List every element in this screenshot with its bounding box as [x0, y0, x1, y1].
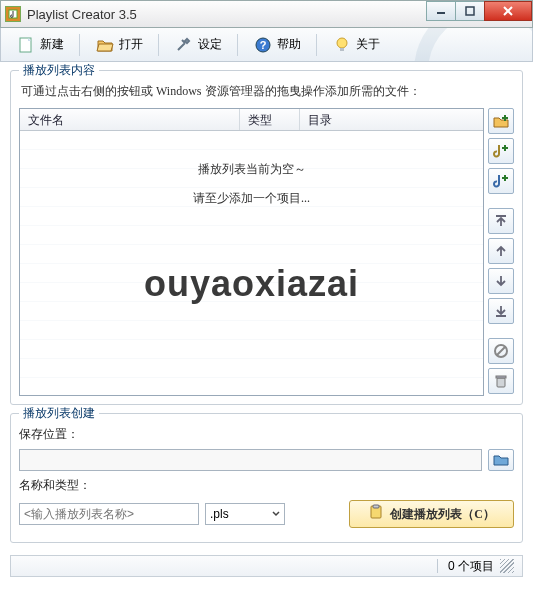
svg-rect-10: [497, 378, 505, 387]
save-location-field[interactable]: [19, 449, 482, 471]
toolbar-separator: [237, 34, 238, 56]
svg-rect-2: [466, 7, 474, 15]
table-header: 文件名 类型 目录: [20, 109, 483, 131]
new-file-icon: [16, 35, 36, 55]
move-up-button[interactable]: [488, 238, 514, 264]
toolbar-separator: [79, 34, 80, 56]
move-bottom-button[interactable]: [488, 298, 514, 324]
close-button[interactable]: [484, 1, 532, 21]
empty-message: 播放列表当前为空～ 请至少添加一个项目...: [20, 131, 483, 213]
app-icon: [5, 6, 21, 22]
format-select[interactable]: .pls: [205, 503, 285, 525]
about-label: 关于: [356, 36, 380, 53]
create-button-label: 创建播放列表（C）: [390, 506, 495, 523]
side-toolbar: [488, 108, 514, 396]
open-label: 打开: [119, 36, 143, 53]
svg-text:?: ?: [260, 39, 267, 51]
toolbar-separator: [316, 34, 317, 56]
window-title: Playlist Creator 3.5: [27, 7, 137, 22]
new-label: 新建: [40, 36, 64, 53]
maximize-button[interactable]: [455, 1, 485, 21]
svg-rect-11: [496, 376, 506, 378]
column-type[interactable]: 类型: [240, 109, 300, 130]
clipboard-icon: [368, 504, 384, 524]
help-label: 帮助: [277, 36, 301, 53]
title-bar: Playlist Creator 3.5: [0, 0, 533, 28]
content-group-title: 播放列表内容: [19, 62, 99, 79]
help-icon: ?: [253, 35, 273, 55]
column-directory[interactable]: 目录: [300, 109, 483, 130]
toolbar-separator: [158, 34, 159, 56]
status-bar: 0 个项目: [10, 555, 523, 577]
create-group-title: 播放列表创建: [19, 405, 99, 422]
add-playlist-button[interactable]: [488, 138, 514, 164]
help-button[interactable]: ? 帮助: [244, 31, 310, 59]
about-button[interactable]: 关于: [323, 31, 389, 59]
add-folder-button[interactable]: [488, 108, 514, 134]
svg-line-9: [497, 347, 505, 355]
remove-button[interactable]: [488, 338, 514, 364]
column-filename[interactable]: 文件名: [20, 109, 240, 130]
delete-button[interactable]: [488, 368, 514, 394]
settings-label: 设定: [198, 36, 222, 53]
minimize-button[interactable]: [426, 1, 456, 21]
name-type-label: 名称和类型：: [19, 477, 91, 494]
chevron-down-icon: [272, 507, 280, 521]
open-button[interactable]: 打开: [86, 31, 152, 59]
browse-folder-button[interactable]: [488, 449, 514, 471]
empty-line-2: 请至少添加一个项目...: [20, 184, 483, 213]
settings-icon: [174, 35, 194, 55]
folder-open-icon: [95, 35, 115, 55]
svg-rect-13: [373, 505, 379, 508]
svg-rect-7: [340, 48, 344, 51]
playlist-name-field[interactable]: [19, 503, 199, 525]
main-toolbar: 新建 打开 设定 ? 帮助 关于: [0, 28, 533, 62]
playlist-content-group: 播放列表内容 可通过点击右侧的按钮或 Windows 资源管理器的拖曳操作添加所…: [10, 70, 523, 405]
content-hint: 可通过点击右侧的按钮或 Windows 资源管理器的拖曳操作添加所需的文件：: [21, 83, 512, 100]
playlist-table[interactable]: 文件名 类型 目录 播放列表当前为空～ 请至少添加一个项目... ouyaoxi…: [19, 108, 484, 396]
table-body[interactable]: 播放列表当前为空～ 请至少添加一个项目... ouyaoxiazai: [20, 131, 483, 395]
format-selected-value: .pls: [210, 507, 229, 521]
svg-point-6: [337, 38, 347, 48]
new-button[interactable]: 新建: [7, 31, 73, 59]
move-down-button[interactable]: [488, 268, 514, 294]
lightbulb-icon: [332, 35, 352, 55]
window-controls: [427, 1, 532, 21]
status-item-count: 0 个项目: [448, 558, 494, 575]
playlist-create-group: 播放列表创建 保存位置： 名称和类型： .pls 创建播放列表（C）: [10, 413, 523, 543]
empty-line-1: 播放列表当前为空～: [20, 155, 483, 184]
save-location-label: 保存位置：: [19, 426, 79, 443]
settings-button[interactable]: 设定: [165, 31, 231, 59]
add-file-button[interactable]: [488, 168, 514, 194]
create-playlist-button[interactable]: 创建播放列表（C）: [349, 500, 514, 528]
move-top-button[interactable]: [488, 208, 514, 234]
resize-grip[interactable]: [500, 559, 514, 573]
